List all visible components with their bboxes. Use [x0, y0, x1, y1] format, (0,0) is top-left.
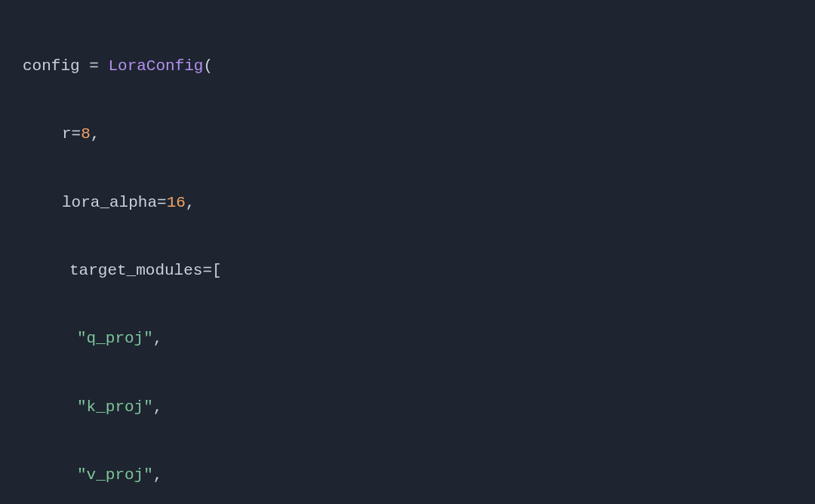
number-value: 16 — [167, 194, 186, 211]
code-block: config = LoraConfig( r=8, lora_alpha=16,… — [23, 15, 792, 504]
comma: , — [153, 330, 163, 347]
comma: , — [153, 466, 163, 484]
open-paren: ( — [203, 57, 213, 75]
comma: , — [153, 398, 163, 416]
string-value: "k_proj" — [77, 398, 153, 416]
number-value: 8 — [81, 125, 91, 143]
code-line-6: "k_proj", — [23, 390, 792, 424]
code-line-5: "q_proj", — [23, 321, 792, 355]
comma: , — [91, 125, 100, 143]
assign-op: = — [80, 57, 109, 75]
open-bracket: [ — [212, 262, 222, 279]
param-r: r — [62, 125, 72, 143]
code-line-7: "v_proj", — [23, 458, 792, 492]
string-value: "v_proj" — [77, 466, 153, 484]
eq-op: = — [72, 125, 82, 143]
code-line-2: r=8, — [23, 117, 792, 151]
param-lora-alpha: lora_alpha — [62, 194, 157, 211]
variable-name: config — [23, 57, 80, 75]
eq-op: = — [157, 194, 167, 211]
class-name: LoraConfig — [108, 57, 203, 75]
code-line-3: lora_alpha=16, — [23, 186, 792, 220]
code-line-1: config = LoraConfig( — [23, 49, 792, 83]
code-line-4: target_modules=[ — [23, 254, 792, 287]
param-target-modules: target_modules — [69, 262, 202, 279]
eq-op: = — [202, 262, 212, 279]
comma: , — [186, 194, 195, 211]
string-value: "q_proj" — [77, 330, 153, 347]
